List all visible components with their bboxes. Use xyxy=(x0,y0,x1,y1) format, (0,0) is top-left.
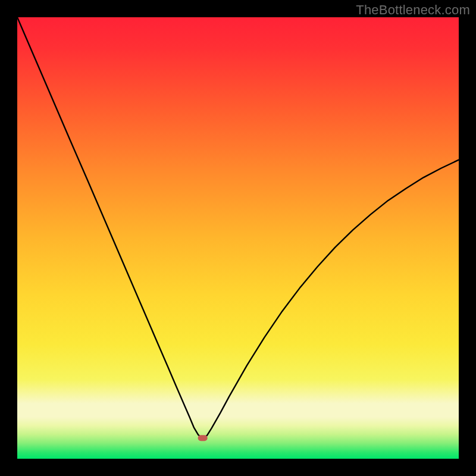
plot-area xyxy=(17,17,459,459)
watermark-text: TheBottleneck.com xyxy=(356,2,470,18)
min-marker-dot xyxy=(198,435,208,441)
chart-frame: TheBottleneck.com xyxy=(0,0,476,476)
gradient-background xyxy=(17,17,459,459)
min-marker xyxy=(198,435,208,441)
plot-svg xyxy=(17,17,459,459)
